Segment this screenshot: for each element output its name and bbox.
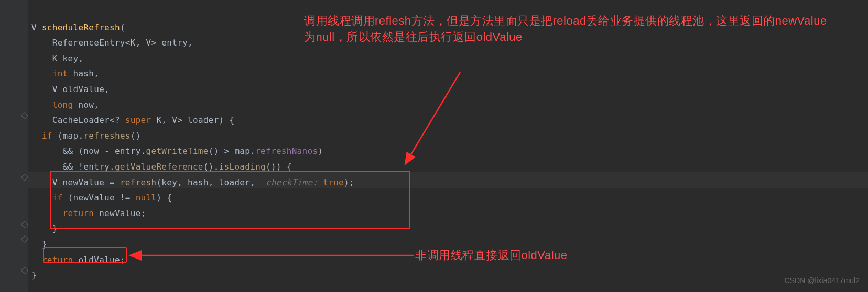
svg-line-0 <box>406 72 460 163</box>
code-line: V scheduleRefresh( <box>31 23 125 32</box>
fold-marker-icon[interactable] <box>21 235 28 243</box>
code-line: ReferenceEntry<K, V> entry, <box>31 38 193 48</box>
code-line: if (map.refreshes() <box>31 131 141 141</box>
code-line: int hash, <box>31 69 99 78</box>
fold-marker-icon[interactable] <box>21 221 28 228</box>
fold-guide-line <box>17 0 17 292</box>
code-line: CacheLoader<? super K, V> loader) { <box>31 115 234 125</box>
annotation-bottom: 非调用线程直接返回oldValue <box>415 247 568 263</box>
highlight-box-return-oldvalue <box>43 247 127 263</box>
code-editor-content[interactable]: V scheduleRefresh( ReferenceEntry<K, V> … <box>31 4 354 283</box>
watermark-text: CSDN @lixia0417mul2 <box>785 274 860 288</box>
code-line: } <box>31 270 37 280</box>
code-line: long now, <box>31 100 99 110</box>
fold-marker-icon[interactable] <box>21 112 28 119</box>
code-line: K key, <box>31 53 83 63</box>
editor-gutter <box>0 0 28 292</box>
fold-marker-icon[interactable] <box>21 174 28 181</box>
code-line: && (now - entry.getWriteTime() > map.ref… <box>31 146 323 156</box>
fold-marker-icon[interactable] <box>21 267 28 274</box>
annotation-top: 调用线程调用reflesh方法，但是方法里面只是把reload丢给业务提供的线程… <box>304 13 828 45</box>
code-line: V oldValue, <box>31 84 110 94</box>
highlight-box-refresh-block <box>50 171 410 229</box>
